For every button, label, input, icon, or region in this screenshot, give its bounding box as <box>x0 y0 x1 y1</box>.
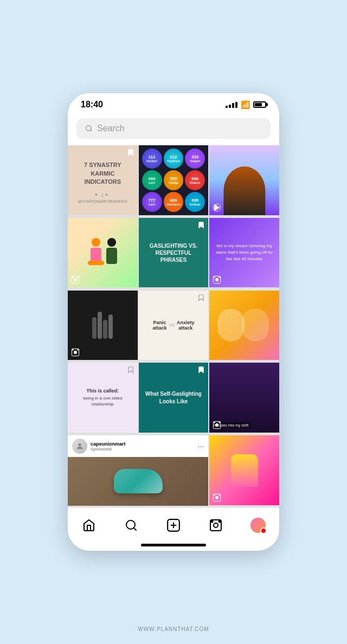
num-666: 666Balance <box>185 170 205 190</box>
dream-text: Me in my dream remixing my alarm that's … <box>209 239 279 267</box>
num-222: 222Alignment <box>164 149 184 169</box>
girl-2 <box>242 309 269 342</box>
sponsored-avatar <box>72 439 87 454</box>
num-555: 555Change <box>164 170 184 190</box>
search-bar[interactable]: Search <box>76 118 271 139</box>
sponsored-header: capeunionmart Sponsored ··· <box>68 435 208 457</box>
svg-point-18 <box>219 422 220 423</box>
home-icon <box>82 519 95 532</box>
reel-icon-4 <box>71 348 80 357</box>
girl-1 <box>217 309 245 342</box>
anxiety-text: Anxietyattack <box>177 320 195 331</box>
nav-profile[interactable] <box>247 514 269 536</box>
footer-text: WWW.PLANNTHAT.COM <box>138 626 209 632</box>
status-time: 18:40 <box>81 100 103 110</box>
synastry-sub: ✦ . ( ✦ . <box>68 192 138 197</box>
grid-item-onesided[interactable]: This is called: being in a one-sided rel… <box>68 363 138 433</box>
svg-point-31 <box>211 521 213 523</box>
cartoon-figures <box>88 238 117 267</box>
reel-icon-5 <box>213 421 221 429</box>
svg-point-0 <box>86 126 91 131</box>
grid-item-cartoon[interactable] <box>68 218 138 288</box>
svg-line-25 <box>134 528 136 530</box>
reel-icon-3 <box>213 275 221 284</box>
svg-point-21 <box>216 496 219 499</box>
sponsored-name: capeunionmart <box>91 441 195 447</box>
grid-item-selfgas[interactable]: What Self-Gaslighting Looks Like <box>139 363 209 433</box>
onesided-body: being in a one-sided relationship <box>72 395 133 407</box>
reel-icon-6 <box>213 493 221 502</box>
status-bar: 18:40 📶 <box>68 93 279 114</box>
svg-point-5 <box>72 277 73 278</box>
svg-point-14 <box>78 350 79 351</box>
bookmark-icon-5 <box>197 366 205 373</box>
svg-point-16 <box>216 423 219 426</box>
search-nav-icon <box>125 519 138 532</box>
nav-home[interactable] <box>78 514 100 536</box>
grid-item-minutes[interactable]: minutes into my shift <box>209 363 279 433</box>
reel-icon-2 <box>71 275 80 284</box>
phone-frame: 18:40 📶 Search <box>68 93 279 551</box>
nav-create[interactable] <box>163 514 184 536</box>
num-999: 999Endings <box>185 192 205 212</box>
girls-bg <box>209 291 279 360</box>
grid-item-synastry[interactable]: 7 SYNASTRY KARMIC INDICATORS ✦ . ( ✦ . @… <box>68 145 138 215</box>
grid-item-dance[interactable] <box>68 291 138 360</box>
person-figure <box>223 166 265 215</box>
drag-figure <box>231 454 258 487</box>
grid-item-gaslighting[interactable]: GASLIGHTING VS. RESPECTFUL PHRASES <box>139 218 209 288</box>
nav-reels[interactable] <box>205 514 227 536</box>
wifi-icon: 📶 <box>241 100 250 109</box>
bookmark-icon-2 <box>197 221 205 229</box>
vs-text: VS <box>169 323 175 327</box>
svg-point-13 <box>72 350 73 351</box>
grid-item-drag[interactable] <box>209 435 279 505</box>
num-333: 333Support <box>185 149 205 169</box>
search-placeholder: Search <box>97 124 125 133</box>
svg-point-22 <box>214 494 215 495</box>
battery-icon <box>253 101 266 108</box>
sneaker-visual <box>114 469 163 493</box>
search-container: Search <box>68 114 279 145</box>
reel-icon <box>213 203 221 212</box>
nav-search[interactable] <box>120 514 142 536</box>
sponsored-info: capeunionmart Sponsored <box>91 441 195 452</box>
numbers-grid: 111Intuition 222Alignment 333Support 444… <box>139 145 209 215</box>
svg-point-6 <box>78 277 79 278</box>
girls-figures <box>209 291 279 360</box>
synastry-handle: @NYMOONSBR READINGS <box>68 199 138 203</box>
status-icons: 📶 <box>226 100 266 109</box>
svg-line-1 <box>91 130 92 132</box>
grid-item-girls[interactable] <box>209 291 279 360</box>
grid-item-dream[interactable]: Me in my dream remixing my alarm that's … <box>209 218 279 288</box>
grid-item-numbers[interactable]: 111Intuition 222Alignment 333Support 444… <box>139 145 209 215</box>
num-111: 111Intuition <box>142 149 162 169</box>
dance-figures <box>92 312 113 339</box>
bookmark-icon-4 <box>127 366 134 373</box>
svg-point-8 <box>216 279 219 281</box>
signal-icon <box>226 102 237 108</box>
onesided-title: This is called: <box>72 388 133 394</box>
svg-point-12 <box>74 351 76 354</box>
svg-point-9 <box>214 277 215 278</box>
create-icon <box>166 518 181 532</box>
onesided-inner: This is called: being in a one-sided rel… <box>68 384 138 411</box>
grid-item-panic[interactable]: Panicattack VS Anxietyattack <box>139 291 209 360</box>
svg-point-4 <box>74 279 76 281</box>
svg-point-10 <box>219 277 220 278</box>
cartoon-char2 <box>106 238 117 267</box>
grid-item-sponsored[interactable]: capeunionmart Sponsored ··· <box>68 435 208 506</box>
sponsored-more-icon[interactable]: ··· <box>198 442 204 450</box>
footer: WWW.PLANNTHAT.COM <box>0 623 347 633</box>
home-indicator <box>141 544 206 546</box>
bottom-nav <box>68 507 279 540</box>
svg-point-17 <box>214 422 215 423</box>
profile-avatar <box>250 518 266 533</box>
num-444: 444Luck <box>142 170 162 190</box>
svg-point-19 <box>78 443 81 446</box>
grid-item-person[interactable] <box>209 145 279 215</box>
svg-point-23 <box>219 494 220 495</box>
bookmark-icon <box>127 149 134 156</box>
content-grid: 7 SYNASTRY KARMIC INDICATORS ✦ . ( ✦ . @… <box>68 145 279 507</box>
svg-point-30 <box>214 523 218 527</box>
